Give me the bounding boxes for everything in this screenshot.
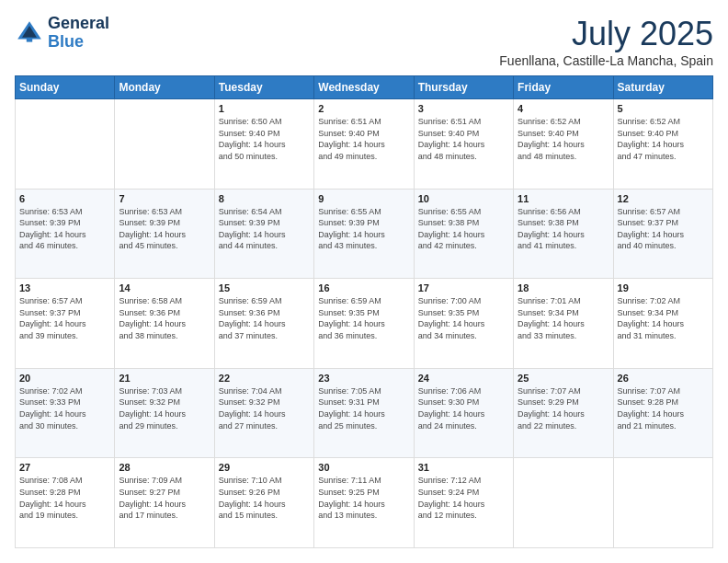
day-number: 1: [219, 103, 310, 114]
calendar-cell: 14Sunrise: 6:58 AM Sunset: 9:36 PM Dayli…: [115, 279, 214, 369]
cell-details: Sunrise: 7:06 AM Sunset: 9:30 PM Dayligh…: [418, 385, 509, 431]
calendar-week-1: 6Sunrise: 6:53 AM Sunset: 9:39 PM Daylig…: [16, 189, 713, 279]
col-header-sunday: Sunday: [16, 76, 115, 99]
calendar-week-4: 27Sunrise: 7:08 AM Sunset: 9:28 PM Dayli…: [16, 458, 713, 548]
day-number: 13: [19, 282, 110, 293]
day-number: 18: [518, 282, 609, 293]
day-number: 29: [219, 462, 310, 473]
cell-details: Sunrise: 7:10 AM Sunset: 9:26 PM Dayligh…: [219, 475, 310, 521]
day-number: 22: [219, 373, 310, 384]
calendar-cell: 1Sunrise: 6:50 AM Sunset: 9:40 PM Daylig…: [214, 99, 313, 190]
cell-details: Sunrise: 7:04 AM Sunset: 9:32 PM Dayligh…: [219, 385, 310, 431]
cell-details: Sunrise: 6:52 AM Sunset: 9:40 PM Dayligh…: [518, 116, 609, 162]
day-number: 5: [618, 103, 709, 114]
calendar-week-3: 20Sunrise: 7:02 AM Sunset: 9:33 PM Dayli…: [16, 368, 713, 458]
calendar-cell: 7Sunrise: 6:53 AM Sunset: 9:39 PM Daylig…: [115, 189, 214, 279]
day-number: 25: [518, 373, 609, 384]
col-header-friday: Friday: [514, 76, 613, 99]
calendar-cell: 2Sunrise: 6:51 AM Sunset: 9:40 PM Daylig…: [314, 99, 414, 190]
calendar-cell: 8Sunrise: 6:54 AM Sunset: 9:39 PM Daylig…: [214, 189, 313, 279]
cell-details: Sunrise: 7:12 AM Sunset: 9:24 PM Dayligh…: [418, 475, 509, 521]
subtitle: Fuenllana, Castille-La Mancha, Spain: [499, 53, 713, 68]
calendar-cell: 20Sunrise: 7:02 AM Sunset: 9:33 PM Dayli…: [16, 368, 115, 458]
day-number: 24: [418, 373, 509, 384]
cell-details: Sunrise: 6:52 AM Sunset: 9:40 PM Dayligh…: [618, 116, 709, 162]
calendar-cell: 4Sunrise: 6:52 AM Sunset: 9:40 PM Daylig…: [514, 99, 613, 190]
logo: General Blue: [15, 15, 109, 52]
col-header-monday: Monday: [115, 76, 214, 99]
cell-details: Sunrise: 6:55 AM Sunset: 9:39 PM Dayligh…: [318, 206, 409, 252]
calendar-cell: 6Sunrise: 6:53 AM Sunset: 9:39 PM Daylig…: [16, 189, 115, 279]
calendar-cell: 30Sunrise: 7:11 AM Sunset: 9:25 PM Dayli…: [314, 458, 414, 548]
calendar-cell: 9Sunrise: 6:55 AM Sunset: 9:39 PM Daylig…: [314, 189, 414, 279]
calendar-cell: 15Sunrise: 6:59 AM Sunset: 9:36 PM Dayli…: [214, 279, 313, 369]
day-number: 19: [618, 282, 709, 293]
col-header-tuesday: Tuesday: [214, 76, 313, 99]
calendar-cell: [115, 99, 214, 190]
calendar-cell: 19Sunrise: 7:02 AM Sunset: 9:34 PM Dayli…: [613, 279, 712, 369]
day-number: 27: [19, 462, 110, 473]
calendar-cell: 27Sunrise: 7:08 AM Sunset: 9:28 PM Dayli…: [16, 458, 115, 548]
cell-details: Sunrise: 7:05 AM Sunset: 9:31 PM Dayligh…: [318, 385, 409, 431]
calendar-cell: 16Sunrise: 6:59 AM Sunset: 9:35 PM Dayli…: [314, 279, 414, 369]
cell-details: Sunrise: 6:59 AM Sunset: 9:36 PM Dayligh…: [219, 295, 310, 341]
calendar-cell: 22Sunrise: 7:04 AM Sunset: 9:32 PM Dayli…: [214, 368, 313, 458]
calendar-cell: 18Sunrise: 7:01 AM Sunset: 9:34 PM Dayli…: [514, 279, 613, 369]
calendar-cell: [514, 458, 613, 548]
cell-details: Sunrise: 6:50 AM Sunset: 9:40 PM Dayligh…: [219, 116, 310, 162]
day-number: 6: [19, 193, 110, 204]
cell-details: Sunrise: 7:11 AM Sunset: 9:25 PM Dayligh…: [318, 475, 409, 521]
day-number: 16: [318, 282, 409, 293]
logo-icon: [15, 18, 44, 48]
day-number: 28: [119, 462, 210, 473]
cell-details: Sunrise: 7:07 AM Sunset: 9:28 PM Dayligh…: [618, 385, 709, 431]
calendar-cell: 5Sunrise: 6:52 AM Sunset: 9:40 PM Daylig…: [613, 99, 712, 190]
day-number: 10: [418, 193, 509, 204]
calendar-cell: 21Sunrise: 7:03 AM Sunset: 9:32 PM Dayli…: [115, 368, 214, 458]
col-header-saturday: Saturday: [613, 76, 712, 99]
logo-line2: Blue: [48, 33, 109, 52]
day-number: 21: [119, 373, 210, 384]
day-number: 23: [318, 373, 409, 384]
day-number: 17: [418, 282, 509, 293]
cell-details: Sunrise: 7:02 AM Sunset: 9:33 PM Dayligh…: [19, 385, 110, 431]
logo-line1: General: [48, 15, 109, 33]
calendar-header-row: SundayMondayTuesdayWednesdayThursdayFrid…: [16, 76, 713, 99]
cell-details: Sunrise: 7:01 AM Sunset: 9:34 PM Dayligh…: [518, 295, 609, 341]
calendar-cell: 11Sunrise: 6:56 AM Sunset: 9:38 PM Dayli…: [514, 189, 613, 279]
cell-details: Sunrise: 6:51 AM Sunset: 9:40 PM Dayligh…: [418, 116, 509, 162]
calendar-cell: [613, 458, 712, 548]
day-number: 31: [418, 462, 509, 473]
calendar-week-0: 1Sunrise: 6:50 AM Sunset: 9:40 PM Daylig…: [16, 99, 713, 190]
cell-details: Sunrise: 7:07 AM Sunset: 9:29 PM Dayligh…: [518, 385, 609, 431]
cell-details: Sunrise: 6:56 AM Sunset: 9:38 PM Dayligh…: [518, 206, 609, 252]
cell-details: Sunrise: 7:09 AM Sunset: 9:27 PM Dayligh…: [119, 475, 210, 521]
header: General Blue July 2025 Fuenllana, Castil…: [15, 15, 713, 68]
cell-details: Sunrise: 7:03 AM Sunset: 9:32 PM Dayligh…: [119, 385, 210, 431]
calendar-cell: 24Sunrise: 7:06 AM Sunset: 9:30 PM Dayli…: [414, 368, 513, 458]
calendar-cell: 25Sunrise: 7:07 AM Sunset: 9:29 PM Dayli…: [514, 368, 613, 458]
day-number: 9: [318, 193, 409, 204]
day-number: 14: [119, 282, 210, 293]
calendar-cell: 29Sunrise: 7:10 AM Sunset: 9:26 PM Dayli…: [214, 458, 313, 548]
cell-details: Sunrise: 6:53 AM Sunset: 9:39 PM Dayligh…: [19, 206, 110, 252]
col-header-wednesday: Wednesday: [314, 76, 414, 99]
page: General Blue July 2025 Fuenllana, Castil…: [0, 0, 728, 563]
calendar-cell: 28Sunrise: 7:09 AM Sunset: 9:27 PM Dayli…: [115, 458, 214, 548]
col-header-thursday: Thursday: [414, 76, 513, 99]
calendar-cell: 10Sunrise: 6:55 AM Sunset: 9:38 PM Dayli…: [414, 189, 513, 279]
calendar-cell: 12Sunrise: 6:57 AM Sunset: 9:37 PM Dayli…: [613, 189, 712, 279]
day-number: 7: [119, 193, 210, 204]
calendar-cell: [16, 99, 115, 190]
day-number: 20: [19, 373, 110, 384]
svg-rect-2: [27, 38, 32, 42]
main-title: July 2025: [499, 15, 713, 53]
day-number: 8: [219, 193, 310, 204]
calendar-cell: 26Sunrise: 7:07 AM Sunset: 9:28 PM Dayli…: [613, 368, 712, 458]
day-number: 2: [318, 103, 409, 114]
cell-details: Sunrise: 6:57 AM Sunset: 9:37 PM Dayligh…: [19, 295, 110, 341]
day-number: 26: [618, 373, 709, 384]
cell-details: Sunrise: 6:59 AM Sunset: 9:35 PM Dayligh…: [318, 295, 409, 341]
cell-details: Sunrise: 7:02 AM Sunset: 9:34 PM Dayligh…: [618, 295, 709, 341]
cell-details: Sunrise: 6:54 AM Sunset: 9:39 PM Dayligh…: [219, 206, 310, 252]
